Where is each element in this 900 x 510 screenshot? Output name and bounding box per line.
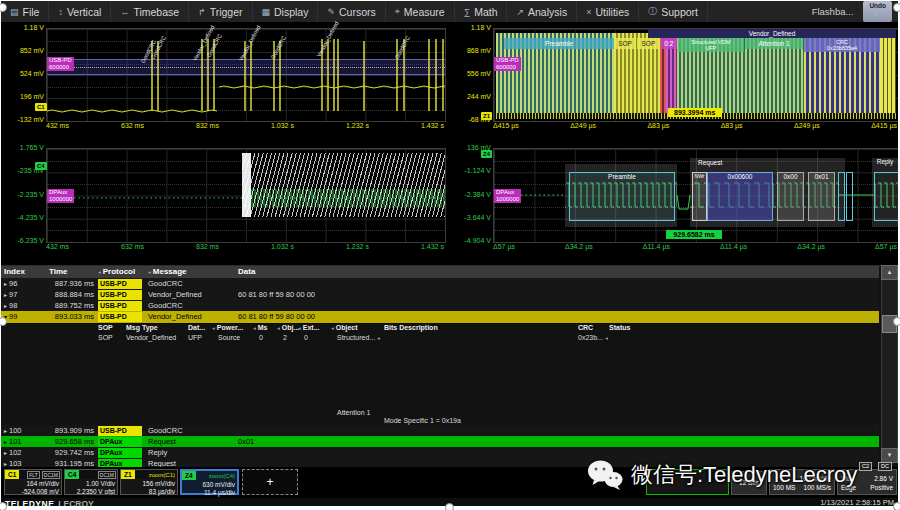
timebase-box[interactable]: 100 ms/div 100 MS100 MS/s [769,469,835,495]
menu-label: Support [661,6,698,18]
scrollbar-up-button[interactable]: ▲ [881,265,898,280]
row-expander-icon[interactable]: ▸ [4,428,7,434]
y-axis-label: 1.18 V [471,24,491,32]
table-scrollbar[interactable] [881,265,898,463]
detail-crc[interactable]: 0x23b... ◂ [578,333,610,343]
channel-badge-z4[interactable]: Z4 [481,150,492,158]
selection-handle[interactable] [893,3,900,12]
c4-tab[interactable]: C4 [65,470,79,479]
menu-cursors[interactable]: ✎Cursors [318,1,385,22]
detail-header-status: Status [609,323,630,333]
undo-button[interactable]: Undo↶ [863,1,892,22]
dpaux-decoder-label[interactable]: DPAux 1000000 [494,189,521,203]
usbpd-decoder-label[interactable]: USB-PD 600000 [494,57,521,71]
col-header-time[interactable]: Time [49,266,68,278]
menu-display[interactable]: ▦Display [253,1,319,22]
marker-icon: ◂ [212,325,215,331]
channel-badge-z1[interactable]: Z1 [481,112,492,120]
adc-bits-box[interactable]: 12 Bits [731,471,767,495]
detail-power: Source [218,333,240,343]
waveform-plot-c4[interactable]: DPAux 1000000 C4 [46,148,446,243]
cell-time: 929.742 ms [49,447,94,458]
z4-tdiv: 11.4 µs/div [204,489,235,496]
row-expander-icon[interactable]: ▸ [4,303,7,309]
menu-trigger[interactable]: ↱Trigger [189,1,252,22]
row-expander-icon[interactable]: ▸ [4,292,7,298]
decode-band-attention: Attention 1 [745,38,803,49]
c1-tab[interactable]: C1 [5,470,19,479]
usbpd-decoder-label[interactable]: USB-PD 600000 [47,57,74,71]
cell-time: 887.936 ms [49,278,94,289]
data0-label: 0x00 [783,173,797,180]
col-header-protocol: ◂Protocol [98,266,144,278]
z4-tab[interactable]: Z4 [182,471,196,480]
z1-tab[interactable]: Z1 [121,470,135,479]
menu-support[interactable]: ⓘSupport [639,1,708,22]
col-header-message[interactable]: ◂Message [148,266,237,278]
x-axis-labels-c1: 432 ms632 ms832 ms1.032 s1.232 s1.432 s [46,122,444,132]
trigger-icon: ↱ [198,7,206,17]
row-expander-icon[interactable]: ▸ [4,281,7,287]
y-axis-label: -4.235 V [18,214,44,222]
menu-math[interactable]: ∑Math [455,1,508,22]
y-axis-labels-c4: 1.765 V-235 mV-2.235 V-4.235 V-6.235 V [3,144,47,245]
zoom-descriptor-z1[interactable]: Z1 zoom(C1) 156 mV/div83 µs/div [120,469,178,495]
trigger-level: 2.86 V [874,474,893,483]
waveform-plot-z1[interactable]: Vendor_Defined Preamble SOP SOP 0:2 Stru… [493,28,898,122]
cell-index: 96 [9,279,17,288]
menu-vertical[interactable]: ↕Vertical [49,1,111,22]
header-label: Message [153,267,187,276]
c4-vdiv: 1.00 V/div [86,480,115,487]
z4-time-marker: 929.6582 ms [666,230,722,239]
menu-utilities[interactable]: ×Utilities [577,1,639,22]
trigger-box[interactable]: Stop2.86 V EdgePositive [837,469,897,495]
selection-handle[interactable] [445,503,454,510]
channel-descriptor-c4[interactable]: C4 DC1M 1.00 V/div2.2350 V ofst [64,469,118,495]
y-axis-label: 868 mV [467,47,491,55]
decode-band-crc: CRC0x23b835a4 [804,38,880,52]
waveform-plot-z4[interactable]: Preamble Request NWr 0x00600 0x00 0x01 R… [493,148,898,243]
selection-handle[interactable] [0,502,7,510]
flashback-button[interactable]: Flashba... [812,6,854,17]
zoom-descriptor-z4-selected[interactable]: Z4 zoom(C4) 630 mV/div11.4 µs/div [180,469,239,495]
serial-decode-box[interactable] [646,469,729,495]
z1-source: zoom(C1) [149,472,177,478]
menu-timebase[interactable]: ↔Timebase [111,1,189,22]
menu-measure[interactable]: ⌖Measure [386,1,455,22]
menu-file[interactable]: ▤File [1,1,49,22]
preamble-label: Preamble [608,173,636,180]
object-value: Structured... [337,334,375,341]
cell-message: GoodCRC [148,300,237,311]
y-axis-label: -132 mV [18,116,44,124]
selection-handle[interactable] [893,317,900,326]
marker-icon: ◂ [253,325,256,331]
vertical-icon: ↕ [58,7,63,17]
detail-header-sop: SOP [98,323,113,333]
x-axis-label: Δ83 µs [647,122,669,132]
menu-analysis[interactable]: ↗Analysis [507,1,577,22]
analysis-icon: ↗ [516,7,524,17]
row-expander-icon[interactable]: ▸ [4,439,7,445]
decoder-name: DPAux [47,189,74,196]
plus-icon: + [266,475,273,489]
row-expander-icon[interactable]: ▸ [4,450,7,456]
scroll-down-icon: ▼ [887,452,893,458]
selection-handle[interactable] [893,502,900,510]
x-axis-label: Δ34.2 µs [797,243,825,253]
col-header-data[interactable]: Data [238,266,798,278]
dpaux-decoder-label[interactable]: DPAux 1000000 [47,189,74,203]
decoder-id: 600000 [494,64,521,71]
detail-object[interactable]: Structured... ◂ [337,333,382,343]
col-header-index[interactable]: Index [4,266,48,278]
x-axis-label: Δ249 µs [570,122,596,132]
trigger-type: Edge [841,483,856,492]
channel-badge-c4[interactable]: C4 [35,162,47,170]
waveform-plot-c1[interactable]: GoodCRC GoodCRC Vendor_Defined GoodCRC V… [46,28,446,122]
menu-label: Cursors [339,6,376,18]
channel-badge-c1[interactable]: C1 [35,103,47,111]
channel-descriptor-c1[interactable]: C1 FLT DC1M 164 mV/div-524.008 mV [4,469,62,495]
adc-bits-label: 12 Bits [739,472,759,494]
scroll-up-icon: ▲ [887,269,893,275]
add-trace-button[interactable]: + [242,469,298,495]
scrollbar-down-button[interactable]: ▼ [881,448,898,463]
